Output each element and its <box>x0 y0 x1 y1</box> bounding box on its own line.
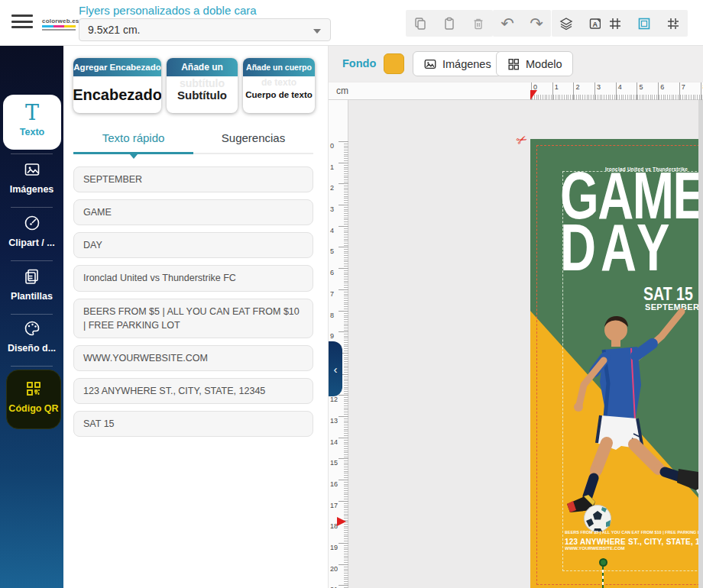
brand-name: colorweb.es <box>42 18 76 24</box>
add-text-cards: Agregar Encabezado Encabezado Añade un s… <box>73 58 315 113</box>
add-heading-card-body: Encabezado <box>73 86 161 104</box>
tab-sugerencias[interactable]: Sugerencias <box>193 124 313 153</box>
v-ruler-cm-cell: 2 <box>329 183 348 205</box>
h-ruler-cm-cell: 7 <box>679 82 701 100</box>
sidebar-item-texto[interactable]: T Texto <box>3 95 61 150</box>
flyer-cut-line <box>536 145 698 585</box>
tab-texto-rapido[interactable]: Texto rápido <box>73 124 193 153</box>
v-ruler-cm-cell: 7 <box>329 289 348 311</box>
panel-collapse-tab[interactable]: ‹ <box>329 341 342 396</box>
h-ruler-cm-cell: 1 <box>552 82 574 100</box>
sidebar-divider <box>11 207 53 208</box>
sidebar-item-label: Imágenes <box>10 184 54 195</box>
v-ruler-cm-cell: 1 <box>329 163 348 184</box>
app-window: colorweb.es Flyers personalizados a dobl… <box>0 0 703 588</box>
canvas-viewport[interactable]: ✂ Ironclad United vs Thunderstrike GAME … <box>348 100 698 588</box>
sidebar-divider <box>11 260 53 261</box>
flyer-drag-handle[interactable] <box>599 558 607 567</box>
v-ruler-cm-cell: 0 <box>329 141 348 163</box>
add-body-text-card-body: Cuerpo de texto <box>245 90 313 99</box>
h-ruler-cm-cell: 3 <box>594 82 616 100</box>
snap-grid-icon[interactable] <box>665 15 682 32</box>
add-body-text-card[interactable]: Añade un cuerpo de texto Cuerpo de texto <box>243 58 315 113</box>
sidebar-item-diseno[interactable]: Diseño d... <box>0 319 63 354</box>
top-bar: colorweb.es Flyers personalizados a dobl… <box>0 0 703 46</box>
sidebar-item-imagenes[interactable]: Imágenes <box>0 160 63 195</box>
quick-text-item[interactable]: 123 ANYWHERE ST., CITY, STATE, 12345 <box>73 378 313 404</box>
h-ruler-cm-cell: 6 <box>658 82 679 100</box>
brand-logo: colorweb.es <box>42 18 76 31</box>
size-select-value: 9.5x21 cm. <box>88 24 140 36</box>
model-button[interactable]: Modelo <box>496 51 573 76</box>
size-select[interactable]: 9.5x21 cm. <box>79 18 331 41</box>
sidebar-item-label: Clipart / ... <box>8 237 54 248</box>
layers-icon[interactable] <box>558 15 575 32</box>
hamburger-menu-icon[interactable] <box>11 15 33 31</box>
quick-text-item[interactable]: Ironclad United vs Thunderstrike FC <box>73 265 313 291</box>
copy-icon[interactable] <box>412 15 429 32</box>
v-ruler-cm-cell: 3 <box>329 205 348 226</box>
background-label[interactable]: Fondo <box>342 57 376 69</box>
grid-icon[interactable] <box>607 15 624 32</box>
sidebar-item-codigo-qr[interactable]: Código QR <box>6 370 61 429</box>
h-ruler-cm-cell: 4 <box>616 82 637 100</box>
quick-text-item[interactable]: SEPTEMBER <box>73 166 313 192</box>
svg-text:A: A <box>593 20 598 27</box>
quick-text-item[interactable]: DAY <box>73 232 313 258</box>
v-ruler-cm-cell: 4 <box>329 226 348 247</box>
v-ruler-cm-cell: 12 <box>329 395 348 416</box>
vertical-scrollbar[interactable] <box>698 100 703 588</box>
h-ruler-cm-cell: 8 <box>701 82 703 100</box>
v-ruler-cm-cell: 8 <box>329 311 348 332</box>
qr-code-icon <box>24 380 43 398</box>
v-ruler-cm-cell: 13 <box>329 416 348 438</box>
flyer-design[interactable]: Ironclad United vs Thunderstrike GAME DA… <box>530 139 698 588</box>
sidebar-item-label: Texto <box>20 127 44 137</box>
canvas-toolbar: Fondo Imágenes Modelo <box>329 46 703 82</box>
v-ruler-cm-cell: 14 <box>329 438 348 459</box>
quick-text-list: SEPTEMBERGAMEDAYIronclad United vs Thund… <box>73 166 313 444</box>
page-margins-icon[interactable] <box>636 15 653 32</box>
model-icon <box>507 57 520 71</box>
text-icon: T <box>3 102 61 124</box>
v-ruler-cm-cell: 16 <box>329 480 348 501</box>
quick-text-item[interactable]: BEERS FROM $5 | ALL YOU CAN EAT FROM $10… <box>73 299 313 338</box>
add-subtitle-card-body: Subtítulo <box>177 89 227 102</box>
vertical-ruler-marker[interactable] <box>337 517 346 526</box>
clipart-icon <box>23 214 41 232</box>
v-ruler-cm-cell: 20 <box>329 564 348 586</box>
add-subtitle-card[interactable]: Añade un subtítulo Subtítulo <box>167 58 238 113</box>
history-tool-group: ↶ ↷ <box>493 10 551 37</box>
design-palette-icon <box>23 319 41 338</box>
sidebar-item-plantillas[interactable]: Plantillas <box>0 267 63 302</box>
background-color-swatch[interactable] <box>384 53 404 74</box>
horizontal-ruler[interactable]: cm 012345678 <box>329 82 703 100</box>
trash-icon[interactable] <box>470 15 487 32</box>
images-icon <box>23 160 41 179</box>
image-icon <box>423 57 437 71</box>
templates-icon <box>23 267 41 286</box>
sidebar: T Texto Imágenes Clipart / ... Plantilla… <box>0 46 63 588</box>
horizontal-ruler-marker[interactable] <box>530 90 537 100</box>
v-ruler-cm-cell: 15 <box>329 458 348 480</box>
quick-text-item[interactable]: GAME <box>73 199 313 225</box>
text-panel: Agregar Encabezado Encabezado Añade un s… <box>63 46 329 588</box>
sidebar-divider <box>11 314 53 315</box>
add-heading-card[interactable]: Agregar Encabezado Encabezado <box>73 58 161 113</box>
canvas-area: Fondo Imágenes Modelo cm 012345678 01234… <box>329 46 703 588</box>
v-ruler-cm-cell: 6 <box>329 268 348 289</box>
images-button-label: Imágenes <box>442 58 491 70</box>
h-ruler-cm-cell: 2 <box>573 82 594 100</box>
document-title: Flyers personalizados a doble cara <box>79 4 257 17</box>
sidebar-item-clipart[interactable]: Clipart / ... <box>0 214 63 249</box>
add-body-text-card-ghost: de texto <box>243 77 315 88</box>
redo-icon[interactable]: ↷ <box>528 15 545 32</box>
sidebar-divider <box>11 366 53 367</box>
paste-icon[interactable] <box>441 15 458 32</box>
sidebar-divider <box>11 153 53 154</box>
quick-text-item[interactable]: WWW.YOURWEBSITE.COM <box>73 345 313 371</box>
undo-icon[interactable]: ↶ <box>499 15 516 32</box>
chevron-down-icon <box>313 29 321 34</box>
images-button[interactable]: Imágenes <box>413 51 502 76</box>
quick-text-item[interactable]: SAT 15 <box>73 411 313 437</box>
